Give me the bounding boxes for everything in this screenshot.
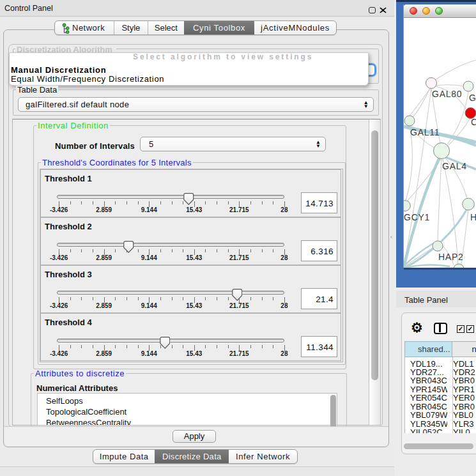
svg-text:GA: GA: [469, 93, 476, 103]
svg-text:HAP2: HAP2: [438, 252, 464, 262]
svg-text:GAL11: GAL11: [410, 127, 440, 137]
svg-text:H: H: [470, 212, 476, 222]
svg-text:GAL4: GAL4: [442, 161, 467, 171]
svg-text:GCY1: GCY1: [404, 212, 430, 222]
svg-text:C: C: [471, 117, 476, 127]
svg-text:GAL80: GAL80: [432, 89, 462, 99]
